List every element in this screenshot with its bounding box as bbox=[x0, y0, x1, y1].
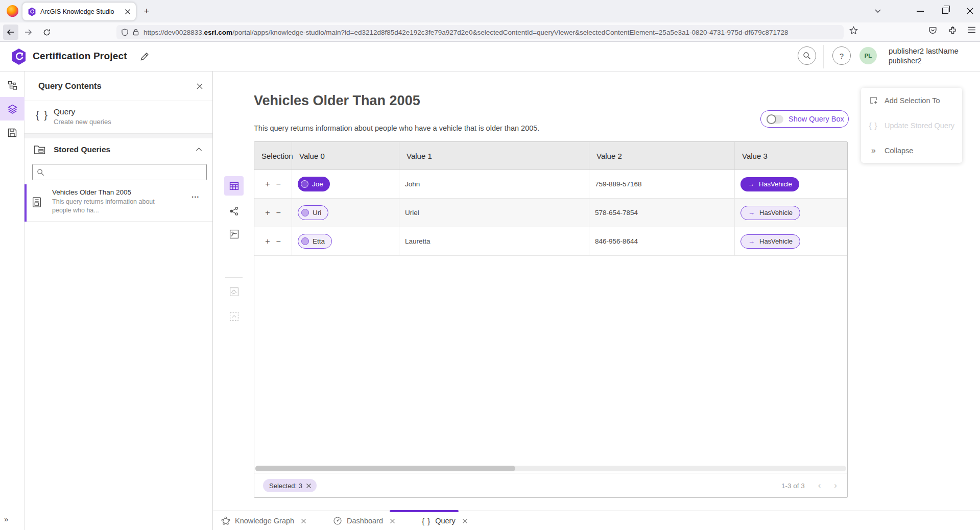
user-block[interactable]: publisher2 lastName publisher2 bbox=[889, 46, 959, 65]
page-description: This query returns information about peo… bbox=[254, 124, 539, 132]
tab-close-icon[interactable] bbox=[390, 518, 395, 524]
column-header[interactable]: Value 0 bbox=[292, 142, 399, 170]
expand-rail-button[interactable]: » bbox=[4, 515, 8, 523]
lock-icon[interactable] bbox=[133, 29, 139, 36]
remove-selection-icon[interactable]: − bbox=[276, 180, 281, 189]
tab-query[interactable]: { } Query bbox=[415, 511, 475, 530]
clear-selection-icon[interactable] bbox=[306, 483, 312, 489]
relationship-cell: →HasVehicle bbox=[734, 227, 847, 255]
tab-dashboard[interactable]: Dashboard bbox=[326, 511, 402, 530]
relationship-label: HasVehicle bbox=[759, 180, 792, 188]
relationship-pill[interactable]: →HasVehicle bbox=[740, 206, 800, 220]
relationship-label: HasVehicle bbox=[759, 237, 793, 245]
url-bar[interactable]: https://dev0028833.esri.com/portal/apps/… bbox=[116, 25, 844, 39]
show-query-box-toggle[interactable]: Show Query Box bbox=[760, 110, 849, 128]
table-row[interactable]: + − Joe John 759-889-57168 →HasVehicle bbox=[254, 170, 847, 199]
stored-query-item[interactable]: Vehicles Older Than 2005 This query retu… bbox=[25, 184, 212, 222]
add-selection-icon[interactable]: + bbox=[265, 180, 270, 189]
knowledge-graph-icon bbox=[221, 516, 230, 525]
entity-cell: Etta bbox=[292, 227, 399, 255]
table-row[interactable]: + − Etta Lauretta 846-956-8644 →HasVehic… bbox=[254, 227, 847, 256]
question-mark-icon: ? bbox=[840, 52, 844, 60]
relationship-pill[interactable]: →HasVehicle bbox=[740, 234, 800, 249]
add-selection-icon[interactable]: + bbox=[265, 237, 270, 246]
browser-tab[interactable]: ArcGIS Knowledge Studio bbox=[22, 3, 136, 20]
add-selection-icon[interactable]: + bbox=[265, 208, 270, 218]
relationship-pill[interactable]: →HasVehicle bbox=[740, 177, 799, 191]
back-button[interactable] bbox=[3, 25, 18, 40]
extensions-puzzle-icon[interactable] bbox=[948, 26, 957, 35]
bookmark-star-icon[interactable] bbox=[849, 26, 858, 35]
entity-pill[interactable]: Uri bbox=[298, 205, 328, 220]
forward-button[interactable] bbox=[20, 25, 36, 40]
toggle-switch[interactable] bbox=[767, 115, 783, 124]
arrow-right-icon: → bbox=[748, 237, 755, 245]
column-header[interactable]: Value 3 bbox=[734, 142, 847, 170]
context-menu: Add Selection To { } Update Stored Query… bbox=[861, 88, 962, 163]
search-input[interactable] bbox=[49, 168, 202, 176]
link-analysis-button[interactable] bbox=[224, 201, 244, 221]
table-row[interactable]: + − Uri Uriel 578-654-7854 →HasVehicle bbox=[254, 199, 847, 227]
window-close-button[interactable] bbox=[966, 7, 974, 15]
map-view-button[interactable] bbox=[224, 224, 244, 244]
query-create-item[interactable]: { } Query Create new queries bbox=[25, 101, 212, 134]
column-header[interactable]: Selection bbox=[254, 142, 292, 170]
pocket-icon[interactable] bbox=[928, 26, 937, 35]
selection-cell: + − bbox=[254, 170, 292, 198]
braces-icon: { } bbox=[36, 109, 49, 121]
menu-item-collapse[interactable]: » Collapse bbox=[861, 138, 962, 163]
select-area-button[interactable] bbox=[224, 306, 244, 326]
tracking-shield-icon[interactable] bbox=[122, 29, 128, 36]
show-query-box-label: Show Query Box bbox=[788, 115, 844, 123]
chevron-up-icon[interactable] bbox=[196, 147, 202, 152]
tab-label: Dashboard bbox=[347, 517, 383, 525]
tab-close-icon[interactable] bbox=[125, 9, 131, 15]
tab-knowledge-graph[interactable]: Knowledge Graph bbox=[214, 511, 314, 530]
table-view-button[interactable] bbox=[224, 176, 244, 196]
previous-page-icon[interactable]: ‹ bbox=[818, 480, 821, 491]
item-options-icon[interactable]: ••• bbox=[192, 195, 200, 200]
toggle-knob bbox=[767, 114, 776, 124]
entity-label: Uri bbox=[313, 209, 321, 216]
menu-item-update-stored-query[interactable]: { } Update Stored Query bbox=[861, 113, 962, 138]
stored-queries-header[interactable]: Stored Queries bbox=[25, 138, 212, 162]
map-icon bbox=[229, 229, 239, 239]
save-rail-button[interactable] bbox=[0, 121, 25, 144]
column-header[interactable]: Value 2 bbox=[589, 142, 734, 170]
layers-rail-button[interactable] bbox=[0, 97, 25, 121]
new-tab-button[interactable]: + bbox=[141, 6, 152, 17]
scrollbar-thumb[interactable] bbox=[255, 466, 515, 471]
entity-pill[interactable]: Etta bbox=[298, 234, 332, 249]
tab-close-icon[interactable] bbox=[301, 518, 306, 524]
panel-close-icon[interactable] bbox=[196, 83, 203, 90]
horizontal-scrollbar[interactable] bbox=[255, 466, 846, 471]
avatar[interactable]: PL bbox=[859, 47, 877, 64]
window-minimize-button[interactable] bbox=[917, 11, 924, 12]
selected-count-chip[interactable]: Selected: 3 bbox=[263, 479, 317, 492]
entity-dot-icon bbox=[301, 180, 308, 188]
list-all-tabs-icon[interactable] bbox=[874, 8, 881, 13]
menu-hamburger-icon[interactable] bbox=[967, 26, 976, 34]
help-button[interactable]: ? bbox=[832, 46, 851, 65]
edit-pencil-icon[interactable] bbox=[140, 52, 149, 61]
relationship-cell: →HasVehicle bbox=[734, 170, 847, 198]
add-selection-to-icon bbox=[869, 96, 878, 105]
value-cell: 846-956-8644 bbox=[589, 227, 734, 255]
window-restore-button[interactable] bbox=[942, 8, 948, 14]
table-footer: Selected: 3 1-3 of 3 ‹ › bbox=[254, 473, 847, 497]
menu-item-add-selection-to[interactable]: Add Selection To bbox=[861, 88, 962, 113]
remove-selection-icon[interactable]: − bbox=[276, 208, 281, 218]
tab-close-icon[interactable] bbox=[462, 518, 468, 524]
reload-button[interactable] bbox=[39, 25, 54, 40]
search-button[interactable] bbox=[798, 46, 816, 65]
remove-selection-icon[interactable]: − bbox=[276, 237, 281, 246]
entity-pill[interactable]: Joe bbox=[298, 177, 330, 191]
page-title: Vehicles Older Than 2005 bbox=[254, 93, 420, 109]
firefox-logo-icon[interactable] bbox=[7, 5, 18, 17]
column-header[interactable]: Value 1 bbox=[399, 142, 589, 170]
dashboard-gauge-icon bbox=[333, 516, 342, 525]
next-page-icon[interactable]: › bbox=[834, 480, 837, 491]
map-selection-button[interactable] bbox=[224, 282, 244, 301]
stored-queries-search[interactable] bbox=[32, 164, 207, 180]
link-chart-rail-button[interactable] bbox=[0, 74, 25, 97]
